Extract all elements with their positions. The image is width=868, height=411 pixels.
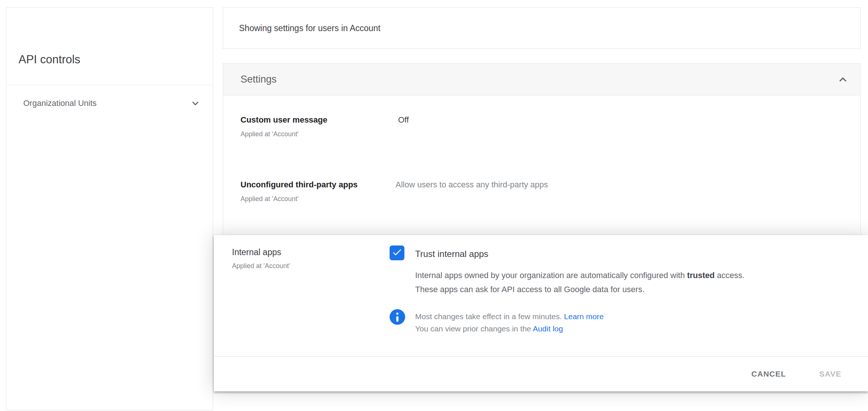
- description-line-2: These apps can ask for API access to all…: [415, 283, 744, 297]
- setting-applied-at: Applied at 'Account': [232, 262, 290, 270]
- setting-row-custom-user-message[interactable]: Custom user message Applied at 'Account'…: [223, 110, 860, 158]
- context-bar: Showing settings for users in Account: [223, 7, 861, 49]
- sidebar-item-organizational-units[interactable]: Organizational Units: [6, 85, 213, 121]
- setting-label-internal-apps: Internal apps: [232, 247, 281, 257]
- internal-apps-editor-dialog: Internal apps Applied at 'Account' Trust…: [214, 235, 868, 391]
- setting-applied-at: Applied at 'Account': [240, 195, 299, 203]
- setting-label: Custom user message: [240, 115, 327, 125]
- setting-value: Allow users to access any third-party ap…: [396, 180, 548, 190]
- setting-row-unconfigured-third-party-apps[interactable]: Unconfigured third-party apps Applied at…: [223, 175, 860, 223]
- dialog-footer: CANCEL SAVE: [214, 357, 868, 391]
- setting-label: Unconfigured third-party apps: [240, 180, 358, 190]
- settings-section-title: Settings: [240, 74, 277, 85]
- sidebar-card: API controls Organizational Units: [6, 7, 213, 410]
- chevron-up-icon[interactable]: [836, 73, 850, 87]
- organizational-units-label: Organizational Units: [23, 98, 97, 108]
- setting-applied-at: Applied at 'Account': [240, 130, 299, 138]
- trust-internal-apps-checkbox[interactable]: [390, 245, 404, 260]
- trust-internal-apps-label[interactable]: Trust internal apps: [415, 249, 488, 259]
- info-icon: [390, 309, 405, 325]
- info-note: Most changes take effect in a few minute…: [415, 310, 604, 335]
- cancel-button[interactable]: CANCEL: [746, 366, 791, 382]
- checkbox-checked-icon: [391, 247, 403, 259]
- page-title: API controls: [18, 53, 80, 66]
- chevron-down-icon[interactable]: [189, 97, 202, 110]
- setting-value: Off: [398, 115, 409, 125]
- description-line-1: Internal apps owned by your organization…: [415, 268, 744, 283]
- settings-section-header[interactable]: Settings: [223, 64, 860, 96]
- learn-more-link[interactable]: Learn more: [564, 312, 603, 321]
- info-line-1: Most changes take effect in a few minute…: [415, 310, 604, 323]
- info-line-2: You can view prior changes in the Audit …: [415, 323, 604, 335]
- api-controls-page: API controls Organizational Units Showin…: [0, 0, 868, 411]
- save-button[interactable]: SAVE: [814, 366, 847, 382]
- audit-log-link[interactable]: Audit log: [533, 324, 563, 333]
- internal-apps-description: Internal apps owned by your organization…: [415, 268, 744, 297]
- info-icon-dot: [396, 313, 398, 315]
- context-bar-text: Showing settings for users in Account: [239, 23, 380, 33]
- info-icon-stem: [396, 316, 398, 322]
